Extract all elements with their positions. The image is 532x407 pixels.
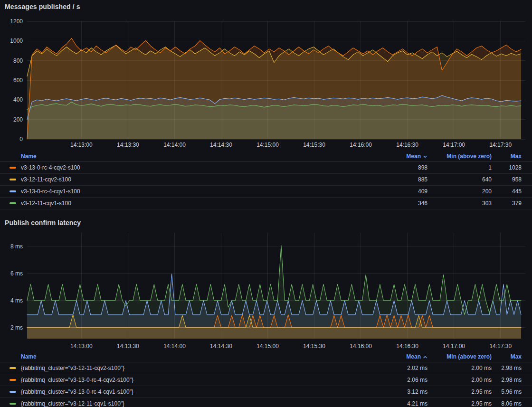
legend-header-min[interactable]: Min (above zero)	[428, 153, 492, 160]
timeseries-chart[interactable]: 02004006008001000120014:13:0014:13:3014:…	[0, 16, 532, 151]
legend-row[interactable]: v3-13-0-rc-4-cqv1-s100 409 200 445	[0, 186, 532, 198]
series-color-swatch[interactable]	[10, 379, 16, 381]
x-axis-tick-label: 14:13:30	[117, 142, 139, 148]
min-value: 2.95 ms	[428, 388, 492, 395]
x-axis-tick-label: 14:17:30	[489, 343, 512, 350]
x-axis-tick-label: 14:16:00	[350, 142, 372, 148]
sort-caret-icon	[423, 154, 428, 159]
x-axis-tick-label: 14:15:00	[256, 142, 279, 148]
legend-rows: v3-13-0-rc-4-cqv2-s100 898 1 1028 v3-12-…	[0, 162, 532, 209]
legend-row[interactable]: v3-12-11-cqv2-s100 885 640 958	[0, 174, 532, 186]
series-name[interactable]: v3-12-11-cqv2-s100	[21, 176, 366, 183]
x-axis-tick-label: 14:16:00	[350, 343, 372, 350]
mean-value: 2.02 ms	[366, 365, 428, 371]
legend-row[interactable]: v3-13-0-rc-4-cqv2-s100 898 1 1028	[0, 162, 532, 174]
max-value: 1028	[492, 164, 522, 171]
panel-title[interactable]: Messages published / s	[5, 3, 80, 10]
legend-header-max[interactable]: Max	[492, 353, 522, 360]
series-name[interactable]: {rabbitmq_cluster="v3-13-0-rc-4-cqv2-s10…	[21, 377, 366, 383]
series-name[interactable]: {rabbitmq_cluster="v3-13-0-rc-4-cqv1-s10…	[21, 388, 366, 395]
y-axis-tick-label: 6 ms	[10, 270, 23, 277]
x-axis-tick-label: 14:17:00	[443, 142, 465, 148]
swatch-cell	[10, 367, 21, 369]
series-color-swatch[interactable]	[10, 190, 16, 192]
x-axis-tick-label: 14:15:00	[256, 343, 279, 350]
x-axis-tick-label: 14:16:30	[396, 343, 418, 350]
mean-value: 4.21 ms	[366, 400, 428, 407]
mean-value: 898	[366, 164, 428, 171]
max-value: 2.98 ms	[492, 377, 522, 383]
legend-header-min[interactable]: Min (above zero)	[428, 353, 492, 360]
mean-value: 3.12 ms	[366, 388, 428, 395]
series-color-swatch[interactable]	[10, 391, 16, 393]
series-name[interactable]: {rabbitmq_cluster="v3-12-11-cqv2-s100"}	[21, 365, 366, 371]
panel-publish-confirm-latency: Publish confirm latency 2 ms4 ms6 ms8 ms…	[0, 216, 532, 407]
legend-header-row: Name Mean Min (above zero) Max	[0, 351, 532, 362]
legend-table: Name Mean Min (above zero) Max {rabbitmq…	[0, 351, 532, 407]
x-axis-tick-label: 14:14:00	[163, 142, 186, 148]
mean-value: 409	[366, 188, 428, 195]
legend-row[interactable]: {rabbitmq_cluster="v3-12-11-cqv1-s100"} …	[0, 398, 532, 407]
swatch-cell	[10, 190, 21, 192]
y-axis-tick-label: 800	[13, 57, 23, 64]
legend-row[interactable]: {rabbitmq_cluster="v3-13-0-rc-4-cqv1-s10…	[0, 386, 532, 398]
min-value: 2.00 ms	[428, 377, 492, 383]
min-value: 640	[428, 176, 492, 183]
panel-messages-published: Messages published / s 02004006008001000…	[0, 0, 532, 207]
series-color-swatch[interactable]	[10, 202, 16, 204]
max-value: 379	[492, 200, 522, 207]
x-axis-tick-label: 14:14:00	[163, 343, 186, 350]
x-axis-tick-label: 14:14:30	[210, 142, 232, 148]
mean-value: 2.06 ms	[366, 377, 428, 383]
legend-header-max[interactable]: Max	[492, 153, 522, 160]
mean-header-label: Mean	[406, 353, 421, 360]
y-axis-tick-label: 1000	[10, 38, 23, 44]
y-axis-tick-label: 600	[13, 77, 23, 84]
min-value: 2.00 ms	[428, 365, 492, 371]
y-axis-tick-label: 1200	[10, 18, 23, 25]
timeseries-chart[interactable]: 2 ms4 ms6 ms8 ms14:13:0014:13:3014:14:00…	[0, 229, 532, 351]
legend-header-name[interactable]: Name	[21, 153, 366, 160]
series-color-swatch[interactable]	[10, 403, 16, 405]
y-axis-tick-label: 4 ms	[10, 297, 23, 304]
series-name[interactable]: v3-13-0-rc-4-cqv1-s100	[21, 188, 366, 195]
mean-value: 885	[366, 176, 428, 183]
min-value: 200	[428, 188, 492, 195]
legend-row[interactable]: v3-12-11-cqv1-s100 346 303 379	[0, 198, 532, 209]
y-axis-tick-label: 2 ms	[10, 324, 23, 331]
swatch-cell	[10, 179, 21, 180]
sort-caret-icon	[423, 355, 428, 360]
max-value: 5.96 ms	[492, 388, 522, 395]
legend-header-mean[interactable]: Mean	[366, 353, 428, 360]
max-value: 445	[492, 188, 522, 195]
legend-header-mean[interactable]: Mean	[366, 153, 428, 160]
series-name[interactable]: {rabbitmq_cluster="v3-12-11-cqv1-s100"}	[21, 400, 366, 407]
series-color-swatch[interactable]	[10, 179, 16, 180]
swatch-cell	[10, 202, 21, 204]
x-axis-tick-label: 14:17:30	[489, 142, 512, 148]
panel-title[interactable]: Publish confirm latency	[5, 219, 81, 227]
series-color-swatch[interactable]	[10, 167, 16, 169]
x-axis-tick-label: 14:16:30	[396, 142, 418, 148]
series-color-swatch[interactable]	[10, 367, 16, 369]
x-axis-tick-label: 14:14:30	[210, 343, 232, 350]
y-axis-tick-label: 0	[19, 136, 23, 142]
x-axis-tick-label: 14:13:30	[117, 343, 139, 350]
y-axis-tick-label: 8 ms	[10, 243, 23, 250]
legend-rows: {rabbitmq_cluster="v3-12-11-cqv2-s100"} …	[0, 362, 532, 407]
mean-header-label: Mean	[406, 153, 421, 160]
series-name[interactable]: v3-12-11-cqv1-s100	[21, 200, 366, 207]
min-value: 303	[428, 200, 492, 207]
legend-row[interactable]: {rabbitmq_cluster="v3-13-0-rc-4-cqv2-s10…	[0, 374, 532, 386]
swatch-cell	[10, 403, 21, 405]
series-name[interactable]: v3-13-0-rc-4-cqv2-s100	[21, 164, 366, 171]
swatch-cell	[10, 379, 21, 381]
legend-header-name[interactable]: Name	[21, 353, 366, 360]
max-value: 2.98 ms	[492, 365, 522, 371]
x-axis-tick-label: 14:13:00	[70, 142, 93, 148]
legend-row[interactable]: {rabbitmq_cluster="v3-12-11-cqv2-s100"} …	[0, 362, 532, 374]
x-axis-tick-label: 14:13:00	[70, 343, 93, 350]
min-value: 1	[428, 164, 492, 171]
x-axis-tick-label: 14:17:00	[443, 343, 465, 350]
swatch-cell	[10, 167, 21, 169]
